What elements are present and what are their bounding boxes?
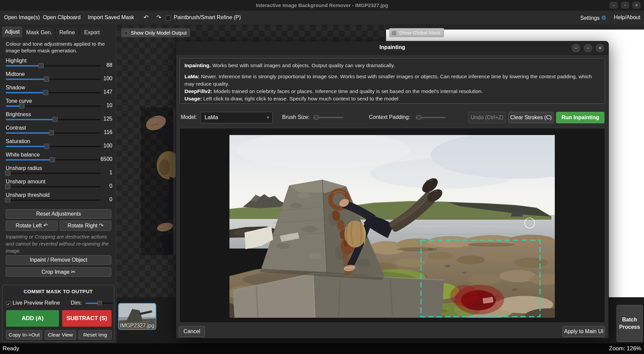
reset-adjustments-button[interactable]: Reset Adjustments [6,209,111,219]
slider-label: Brightness [6,112,31,118]
unsharp-amount-slider[interactable] [6,186,101,187]
status-bar: Ready Zoom: 126% [0,343,644,354]
subtract-mask-button[interactable]: SUBTRACT (S) [62,310,112,327]
unsharp-threshold-slider[interactable] [6,200,101,201]
window-title: Interactive Image Background Remover - I… [0,2,644,8]
masked-image-fragment[interactable] [141,107,176,255]
dialog-minimize-button[interactable]: – [572,44,580,52]
slider-label: Contrast [6,125,26,131]
run-inpainting-button[interactable]: Run Inpainting [556,112,604,123]
zoom-level: Zoom: 126% [609,345,641,352]
copy-in-out-button[interactable]: Copy In->Out [6,330,42,340]
white-balance-slider[interactable] [6,159,101,161]
dialog-titlebar[interactable]: Inpainting – ▫ ✕ [176,41,608,55]
inpaint-photo-canvas[interactable] [229,135,555,318]
help-about-button[interactable]: Help/About [614,14,640,20]
dim-slider[interactable] [86,303,113,304]
tab-refine[interactable]: Refine [55,27,79,37]
slider-label: Midtone [6,71,25,77]
adjust-description: Colour and tone adjustments applied to t… [6,41,111,54]
dialog-maximize-button[interactable]: ▫ [584,44,592,52]
window-close-button[interactable]: ✕ [632,2,641,9]
slider-value: 125 [103,116,112,122]
reset-img-button[interactable]: Reset Img [78,330,112,340]
destructive-warning: Inpainting or Cropping are destructive a… [6,233,110,254]
slider-value: 100 [103,76,112,82]
commit-mask-panel: COMMIT MASK TO OUTPUT ✓ Live Preview Ref… [2,285,114,342]
inpainting-info: Inpainting. Works best with small images… [179,58,605,104]
cancel-button[interactable]: Cancel [179,326,205,337]
live-preview-checkbox[interactable]: ✓ Live Preview Refine [6,300,60,306]
tone-curve-slider[interactable] [6,105,101,107]
gear-icon: ⚙ [601,15,606,21]
context-padding-label: Context Padding: [369,114,410,120]
check-icon: ✓ [6,301,11,306]
left-sidebar: Adjust Mask Gen. Refine Export Colour an… [0,25,116,343]
tab-export[interactable]: Export [80,27,104,37]
show-only-model-output-checkbox[interactable]: Show Only Model Output [121,28,190,37]
highlight-slider[interactable] [6,65,101,67]
slider-value: 1 [109,170,112,176]
slider-label: Unsharp radius [6,165,42,171]
settings-button[interactable]: Settings ⚙ [580,14,606,21]
clear-strokes-button[interactable]: Clear Strokes (C) [508,112,553,123]
dialog-title: Inpainting [176,44,608,50]
slider-label: Saturation [6,138,30,144]
tab-mask-gen[interactable]: Mask Gen. [24,27,54,37]
saturation-slider[interactable] [6,146,101,147]
commit-panel-title: COMMIT MASK TO OUTPUT [2,289,114,294]
brush-size-label: Brush Size: [282,114,310,120]
contrast-slider[interactable] [6,132,101,134]
slider-value: 116 [104,129,112,135]
model-label: Model: [181,114,197,120]
slider-label: Unsharp threshold [6,192,50,198]
tab-adjust[interactable]: Adjust [2,26,23,37]
thumbnail-filename: IMGP2327.jpg [118,323,156,329]
shadow-slider[interactable] [6,92,101,93]
dim-label: Dim: [71,300,82,306]
slider-value: 100 [103,143,112,149]
slider-value: 0 [109,196,112,203]
context-padding-slider[interactable] [416,117,446,118]
slider-label: White balance [6,152,40,158]
add-mask-button[interactable]: ADD (A) [6,310,59,327]
crop-image-button[interactable]: Crop Image ✂ [6,267,111,277]
brush-size-slider[interactable] [313,117,343,118]
window-minimize-button[interactable]: – [609,2,618,9]
brightness-slider[interactable] [6,119,101,120]
rotate-left-button[interactable]: Rotate Left ↶ [6,221,58,231]
midtone-slider[interactable] [6,79,101,80]
redo-icon[interactable]: ↷ [156,14,161,21]
slider-value: 0 [109,183,112,189]
undo-icon[interactable]: ↶ [144,14,149,21]
window-titlebar: Interactive Image Background Remover - I… [0,0,644,11]
slider-label: Shadow [6,85,25,91]
slider-value: 10 [106,102,112,108]
apply-to-main-ui-button[interactable]: Apply to Main UI [562,326,605,337]
unsharp-radius-slider[interactable] [6,173,101,174]
toolbar: Open Image(s) Open Clipboard Import Save… [0,11,644,25]
clear-view-button[interactable]: Clear View [45,330,76,340]
slider-label: Unsharp amount [6,179,45,185]
import-saved-mask-button[interactable]: Import Saved Mask [88,14,134,20]
window-maximize-button[interactable]: ▫ [621,2,629,9]
image-thumbnail[interactable]: IMGP2327.jpg [118,303,156,330]
undo-strokes-button: Undo (Ctrl+Z) [468,112,506,123]
paintbrush-label: Paintbrush/Smart Refine (P) [174,14,241,20]
slider-value: 147 [103,89,112,95]
checkbox-icon [124,31,128,35]
model-dropdown[interactable]: LaMa ▾ [200,112,273,123]
slider-label: Tone curve [6,98,32,104]
dialog-close-button[interactable]: ✕ [596,44,604,52]
inpainting-dialog: Inpainting – ▫ ✕ Inpainting. Works best … [176,41,609,339]
rotate-right-button[interactable]: Rotate Right ↷ [60,221,111,231]
inpaint-remove-object-button[interactable]: Inpaint / Remove Object [6,255,111,265]
open-clipboard-button[interactable]: Open Clipboard [43,14,80,20]
inpaint-canvas-panel [179,128,605,323]
open-images-button[interactable]: Open Image(s) [4,14,40,20]
show-global-mask-checkbox[interactable]: Show Global Mask [389,28,444,37]
status-text: Ready [3,345,19,352]
paintbrush-checkbox[interactable] [166,15,171,20]
slider-value: 88 [106,62,112,68]
batch-process-button[interactable]: Batch Process [616,305,643,342]
